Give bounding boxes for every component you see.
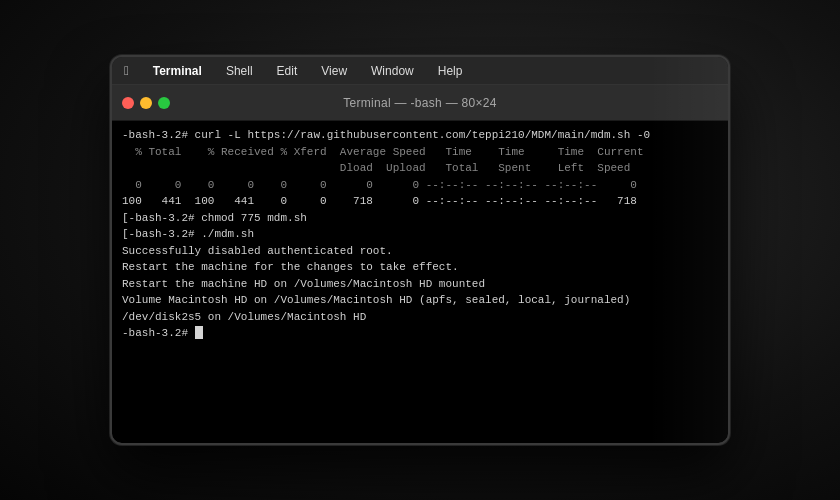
laptop-frame:  Terminal Shell Edit View Window Help T: [110, 55, 730, 445]
menu-shell[interactable]: Shell: [222, 62, 257, 80]
line-8: Successfully disabled authenticated root…: [122, 243, 718, 260]
line-12: /dev/disk2s5 on /Volumes/Macintosh HD: [122, 309, 718, 326]
scene:  Terminal Shell Edit View Window Help T: [0, 0, 840, 500]
terminal-window[interactable]: Terminal — -bash — 80×24 -bash-3.2# curl…: [112, 85, 728, 443]
line-7: [-bash-3.2# ./mdm.sh: [122, 226, 718, 243]
fullscreen-button[interactable]: [158, 97, 170, 109]
line-6: [-bash-3.2# chmod 775 mdm.sh: [122, 210, 718, 227]
apple-logo-icon: : [124, 63, 129, 78]
menu-window[interactable]: Window: [367, 62, 418, 80]
terminal-content[interactable]: -bash-3.2# curl -L https://raw.githubuse…: [112, 121, 728, 443]
line-10: Restart the machine HD on /Volumes/Macin…: [122, 276, 718, 293]
traffic-lights: [122, 97, 170, 109]
line-3: Dload Upload Total Spent Left Speed: [122, 160, 718, 177]
menubar:  Terminal Shell Edit View Window Help: [112, 57, 728, 85]
line-2: % Total % Received % Xferd Average Speed…: [122, 144, 718, 161]
line-13: -bash-3.2#: [122, 325, 718, 342]
menu-terminal[interactable]: Terminal: [149, 62, 206, 80]
line-9: Restart the machine for the changes to t…: [122, 259, 718, 276]
laptop-screen:  Terminal Shell Edit View Window Help T: [112, 57, 728, 443]
terminal-titlebar: Terminal — -bash — 80×24: [112, 85, 728, 121]
line-4: 0 0 0 0 0 0 0 0 --:--:-- --:--:-- --:--:…: [122, 177, 718, 194]
line-11: Volume Macintosh HD on /Volumes/Macintos…: [122, 292, 718, 309]
terminal-title: Terminal — -bash — 80×24: [343, 96, 497, 110]
line-1: -bash-3.2# curl -L https://raw.githubuse…: [122, 127, 718, 144]
line-5: 100 441 100 441 0 0 718 0 --:--:-- --:--…: [122, 193, 718, 210]
close-button[interactable]: [122, 97, 134, 109]
menu-view[interactable]: View: [317, 62, 351, 80]
cursor: [195, 326, 203, 339]
minimize-button[interactable]: [140, 97, 152, 109]
menu-edit[interactable]: Edit: [273, 62, 302, 80]
menu-help[interactable]: Help: [434, 62, 467, 80]
